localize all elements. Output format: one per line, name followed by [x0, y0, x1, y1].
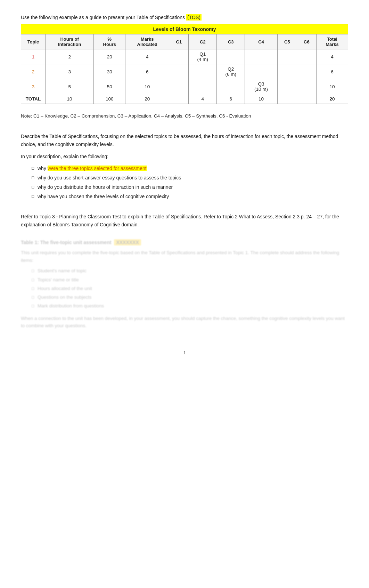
- col-header-marks: MarksAllocated: [125, 34, 169, 49]
- note-text: Note: C1 – Knowledge, C2 – Comprehension…: [21, 112, 348, 120]
- cell-row2-col6: [217, 79, 245, 94]
- cell-row0-col1: 2: [46, 49, 94, 64]
- cell-row0-col9: [297, 49, 316, 64]
- blurred-bullet-1: Student's name of topic: [31, 267, 348, 274]
- cell-row0-col6: [217, 49, 245, 64]
- table-row: 23306Q2 (6 m)6: [21, 64, 348, 79]
- cell-row1-col6: Q2 (6 m): [217, 64, 245, 79]
- blurred-bullet-2: Topics' name or title: [31, 276, 348, 283]
- col-header-c1: C1: [169, 34, 189, 49]
- col-header-c6: C6: [297, 34, 316, 49]
- blurred-title-highlight: XXXXXXX: [114, 239, 141, 245]
- col-header-topic: Topic: [21, 34, 46, 49]
- cell-row2-col4: [169, 79, 189, 94]
- table-row: 12204Q1 (4 m)4: [21, 49, 348, 64]
- cell-row2-col7: Q3 (10 m): [245, 79, 277, 94]
- cell-row0-col0: 1: [21, 49, 46, 64]
- cell-row1-col8: [277, 64, 297, 79]
- cell-row2-col0: 3: [21, 79, 46, 94]
- blurred-para-1: This unit requires you to complete the f…: [21, 249, 348, 264]
- bullet-3-text: why do you distribute the hours of inter…: [38, 184, 173, 190]
- cell-row3-col10: 20: [316, 94, 348, 104]
- describe-paragraph: Describe the Table of Specifications, fo…: [21, 132, 348, 148]
- cell-row1-col1: 3: [46, 64, 94, 79]
- cell-row0-col8: [277, 49, 297, 64]
- cell-row1-col5: [189, 64, 217, 79]
- col-header-c4: C4: [245, 34, 277, 49]
- col-header-c2: C2: [189, 34, 217, 49]
- bullet-list: why were the three topics selected for a…: [21, 165, 348, 200]
- cell-row0-col4: [169, 49, 189, 64]
- bullet-2-text: why do you use short-answer essay questi…: [38, 175, 181, 180]
- cell-row2-col10: 10: [316, 79, 348, 94]
- cell-row0-col7: [245, 49, 277, 64]
- specification-table: Levels of Bloom Taxonomy Topic Hours ofI…: [21, 24, 348, 104]
- blurred-bullet-list: Student's name of topic Topics' name or …: [21, 267, 348, 309]
- refer-paragraph: Refer to Topic 3 - Planning the Classroo…: [21, 213, 348, 229]
- describe-sub: In your description, explain the followi…: [21, 153, 348, 161]
- bullet-4-text: why have you chosen the three levels of …: [38, 194, 169, 199]
- cell-row2-col2: 50: [94, 79, 125, 94]
- cell-row3-col8: [277, 94, 297, 104]
- bullet-item-1: why were the three topics selected for a…: [31, 165, 348, 172]
- bullet-1-highlight: were the three topics selected for asses…: [48, 166, 147, 171]
- cell-row2-col5: [189, 79, 217, 94]
- cell-row0-col5: Q1 (4 m): [189, 49, 217, 64]
- cell-row1-col2: 30: [94, 64, 125, 79]
- blurred-title: Table 1: The five-topic unit assessment …: [21, 239, 348, 245]
- cell-row3-col4: [169, 94, 189, 104]
- intro-paragraph: Use the following example as a guide to …: [21, 14, 348, 21]
- bloom-taxonomy-header: Levels of Bloom Taxonomy: [21, 24, 348, 34]
- bullet-item-4: why have you chosen the three levels of …: [31, 193, 348, 200]
- cell-row0-col3: 4: [125, 49, 169, 64]
- cell-row3-col3: 20: [125, 94, 169, 104]
- cell-row1-col4: [169, 64, 189, 79]
- intro-text: Use the following example as a guide to …: [21, 15, 185, 20]
- blurred-para-2: When a connection to the unit has been d…: [21, 315, 348, 330]
- cell-row2-col3: 10: [125, 79, 169, 94]
- col-header-c5: C5: [277, 34, 297, 49]
- cell-row3-col0: TOTAL: [21, 94, 46, 104]
- col-header-total: TotalMarks: [316, 34, 348, 49]
- tos-highlight: (TOS): [186, 14, 202, 21]
- cell-row3-col7: 10: [245, 94, 277, 104]
- cell-row2-col1: 5: [46, 79, 94, 94]
- cell-row3-col6: 6: [217, 94, 245, 104]
- table-row: TOTAL1010020461020: [21, 94, 348, 104]
- blurred-bullet-4: Questions on the subjects: [31, 294, 348, 301]
- col-header-hours: Hours ofInteraction: [46, 34, 94, 49]
- col-header-pct: %Hours: [94, 34, 125, 49]
- cell-row1-col3: 6: [125, 64, 169, 79]
- cell-row3-col9: [297, 94, 316, 104]
- blurred-section: Table 1: The five-topic unit assessment …: [21, 239, 348, 330]
- blurred-title-text: Table 1: The five-topic unit assessment: [21, 240, 111, 245]
- bullet-1-before: why: [38, 166, 48, 171]
- cell-row2-col9: [297, 79, 316, 94]
- blurred-bullet-3: Hours allocated of the unit: [31, 285, 348, 292]
- cell-row2-col8: [277, 79, 297, 94]
- cell-row3-col5: 4: [189, 94, 217, 104]
- cell-row0-col2: 20: [94, 49, 125, 64]
- cell-row1-col0: 2: [21, 64, 46, 79]
- page-number: 1: [21, 351, 348, 355]
- bullet-item-3: why do you distribute the hours of inter…: [31, 184, 348, 191]
- table-row: 355010Q3 (10 m)10: [21, 79, 348, 94]
- bullet-item-2: why do you use short-answer essay questi…: [31, 174, 348, 182]
- cell-row3-col1: 10: [46, 94, 94, 104]
- cell-row0-col10: 4: [316, 49, 348, 64]
- cell-row3-col2: 100: [94, 94, 125, 104]
- blurred-bullet-5: Mark distribution from questions: [31, 303, 348, 309]
- cell-row1-col10: 6: [316, 64, 348, 79]
- cell-row1-col9: [297, 64, 316, 79]
- col-header-c3: C3: [217, 34, 245, 49]
- cell-row1-col7: [245, 64, 277, 79]
